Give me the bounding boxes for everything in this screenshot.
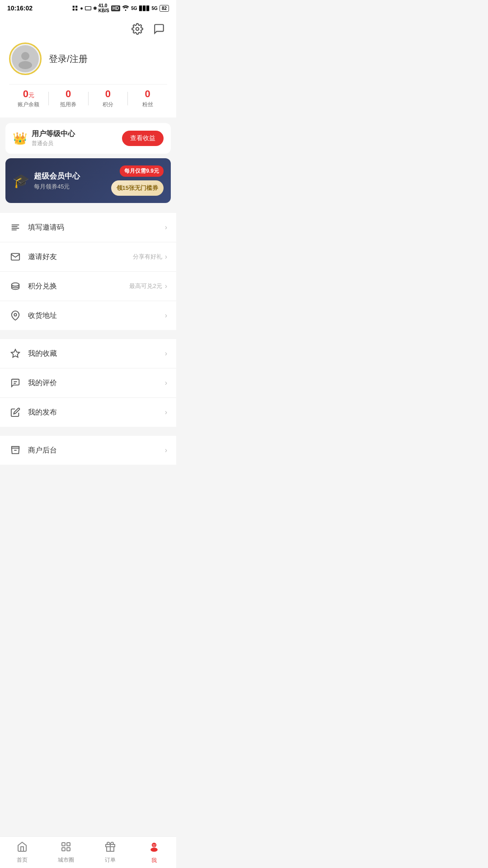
- balance-value: 0元: [23, 88, 34, 100]
- status-time: 10:16:02: [7, 5, 33, 12]
- arrow-icon: ›: [165, 253, 167, 261]
- svg-point-13: [12, 283, 19, 286]
- svg-point-7: [21, 52, 29, 60]
- menu-favorites[interactable]: 我的收藏 ›: [0, 339, 176, 368]
- menu-invite-code[interactable]: 填写邀请码 ›: [0, 213, 176, 242]
- stat-coupon[interactable]: 0 抵用券: [49, 88, 88, 108]
- cards-section: 👑 用户等级中心 普通会员 查看收益 🎓 超级会员中心 每月领券45元 每月仅需…: [0, 118, 176, 208]
- settings-icon[interactable]: [129, 21, 145, 37]
- arrow-icon: ›: [165, 223, 167, 231]
- arrow-icon: ›: [165, 282, 167, 290]
- menu-merchant[interactable]: 商户后台 ›: [0, 436, 176, 465]
- svg-rect-2: [73, 9, 75, 10]
- graduation-icon: 🎓: [13, 173, 29, 189]
- merchant-icon: [9, 444, 22, 457]
- balance-label: 账户余额: [18, 101, 39, 108]
- vip-card[interactable]: 👑 用户等级中心 普通会员 查看收益: [5, 123, 171, 154]
- svg-point-6: [136, 28, 139, 31]
- menu-my-posts[interactable]: 我的发布 ›: [0, 398, 176, 427]
- points-hint: 最高可兑2元: [129, 282, 162, 290]
- fans-label: 粉丝: [142, 101, 153, 108]
- avatar[interactable]: [9, 42, 42, 75]
- svg-rect-3: [75, 9, 77, 10]
- svg-rect-4: [85, 7, 91, 10]
- stats-row: 0元 账户余额 0 抵用券 0 积分 0 粉丝: [9, 84, 167, 110]
- reviews-label: 我的评价: [28, 378, 165, 388]
- svg-marker-15: [11, 349, 19, 357]
- invite-code-icon: [9, 221, 22, 234]
- coupon-value: 0: [66, 88, 71, 100]
- menu-invite-friends[interactable]: 邀请好友 分享有好礼 ›: [0, 242, 176, 272]
- status-bar: 10:16:02 ● ❄ 41.0KB/S HD 5G ▊▊▊ 5G 82: [0, 0, 176, 16]
- merchant-label: 商户后台: [28, 446, 165, 455]
- fans-value: 0: [145, 88, 150, 100]
- stat-points[interactable]: 0 积分: [89, 88, 128, 108]
- invite-friends-label: 邀请好友: [28, 252, 133, 262]
- message-icon[interactable]: [151, 21, 167, 37]
- bottom-spacer: [0, 465, 176, 501]
- svg-point-5: [125, 9, 127, 11]
- svg-rect-0: [73, 6, 75, 8]
- arrow-icon: ›: [165, 349, 167, 358]
- points-label: 积分: [103, 101, 113, 108]
- points-exchange-icon: [9, 280, 22, 292]
- menu-gap-2: [0, 427, 176, 431]
- favorites-label: 我的收藏: [28, 349, 165, 359]
- stat-fans[interactable]: 0 粉丝: [128, 88, 167, 108]
- vip-title: 用户等级中心: [32, 129, 75, 139]
- avatar-placeholder: [12, 45, 39, 72]
- svg-rect-1: [75, 6, 77, 8]
- super-vip-title: 超级会员中心: [34, 171, 80, 181]
- vip-subtitle: 普通会员: [32, 140, 75, 147]
- svg-point-14: [14, 313, 17, 316]
- arrow-icon: ›: [165, 379, 167, 387]
- view-earnings-button[interactable]: 查看收益: [122, 131, 164, 146]
- address-label: 收货地址: [28, 311, 165, 321]
- menu-group-2: 我的收藏 › 我的评价 › 我的发布 ›: [0, 339, 176, 427]
- menu-group-3: 商户后台 ›: [0, 436, 176, 465]
- invite-hint: 分享有好礼: [133, 253, 162, 261]
- menu-address[interactable]: 收货地址 ›: [0, 301, 176, 330]
- menu-reviews[interactable]: 我的评价 ›: [0, 368, 176, 398]
- super-vip-right: 每月仅需9.9元 领15张无门槛券: [111, 165, 164, 196]
- coupon-label: 抵用券: [60, 101, 76, 108]
- menu-group-1: 填写邀请码 › 邀请好友 分享有好礼 › 积分兑换 最高可兑2元 ›: [0, 213, 176, 330]
- invite-code-label: 填写邀请码: [28, 223, 165, 232]
- super-vip-left: 🎓 超级会员中心 每月领券45元: [13, 171, 80, 191]
- super-vip-info: 超级会员中心 每月领券45元: [34, 171, 80, 191]
- vip-info: 用户等级中心 普通会员: [32, 129, 75, 147]
- svg-point-8: [19, 61, 32, 69]
- crown-icon: 👑: [13, 132, 27, 146]
- super-vip-subtitle: 每月领券45元: [34, 183, 80, 191]
- status-icons: ● ❄ 41.0KB/S HD 5G ▊▊▊ 5G 82: [72, 3, 169, 13]
- vip-card-left: 👑 用户等级中心 普通会员: [13, 129, 75, 147]
- stat-balance[interactable]: 0元 账户余额: [9, 88, 48, 108]
- price-badge: 每月仅需9.9元: [120, 165, 164, 177]
- reviews-icon: [9, 377, 22, 389]
- profile-login-text[interactable]: 登录/注册: [49, 53, 88, 65]
- super-vip-card[interactable]: 🎓 超级会员中心 每月领券45元 每月仅需9.9元 领15张无门槛券: [5, 158, 171, 203]
- my-posts-icon: [9, 406, 22, 419]
- arrow-icon: ›: [165, 446, 167, 454]
- invite-friends-icon: [9, 250, 22, 263]
- menu-points-exchange[interactable]: 积分兑换 最高可兑2元 ›: [0, 272, 176, 301]
- header-section: 登录/注册 0元 账户余额 0 抵用券 0 积分 0 粉丝: [0, 16, 176, 118]
- points-exchange-label: 积分兑换: [28, 282, 129, 291]
- arrow-icon: ›: [165, 408, 167, 416]
- points-value: 0: [105, 88, 111, 100]
- favorites-icon: [9, 347, 22, 360]
- coupon-button[interactable]: 领15张无门槛券: [111, 180, 164, 196]
- address-icon: [9, 309, 22, 322]
- header-top: [9, 21, 167, 37]
- arrow-icon: ›: [165, 311, 167, 320]
- menu-gap-1: [0, 330, 176, 335]
- my-posts-label: 我的发布: [28, 408, 165, 417]
- profile-section[interactable]: 登录/注册: [9, 42, 167, 75]
